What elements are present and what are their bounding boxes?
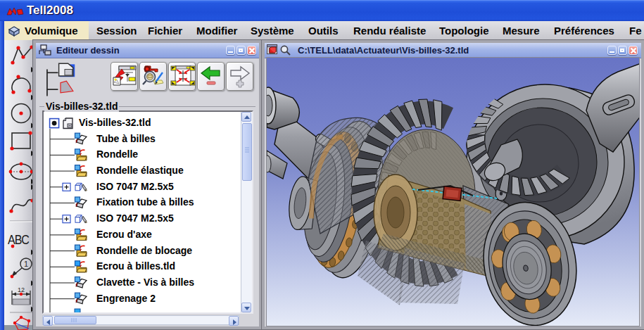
- svg-text:1: 1: [24, 260, 28, 268]
- svg-text:12: 12: [18, 286, 25, 293]
